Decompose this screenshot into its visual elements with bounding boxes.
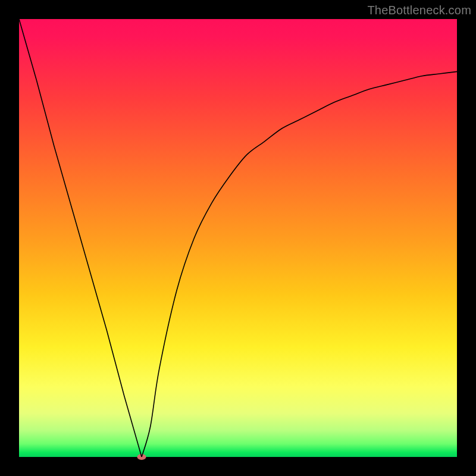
plot-area <box>19 19 457 457</box>
chart-frame: TheBottleneck.com <box>0 0 476 476</box>
curve-svg <box>19 19 457 457</box>
data-curve <box>19 19 457 457</box>
watermark-text: TheBottleneck.com <box>367 4 471 17</box>
